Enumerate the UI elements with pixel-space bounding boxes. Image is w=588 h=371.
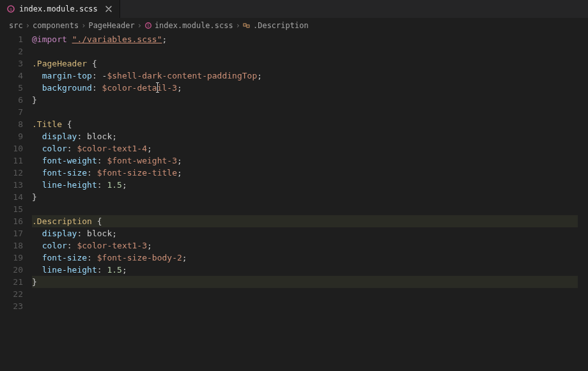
scss-file-icon: S <box>6 4 15 13</box>
line-number: 12 <box>0 167 23 179</box>
code-line[interactable]: display: block; <box>32 227 588 239</box>
code-line[interactable]: font-size: $font-size-title; <box>32 167 588 179</box>
code-line[interactable]: font-weight: $font-weight-3; <box>32 155 588 167</box>
code-line[interactable]: line-height: 1.5; <box>32 264 588 276</box>
breadcrumb-item[interactable]: .Description <box>243 21 309 30</box>
breadcrumb-item[interactable]: S index.module.scss <box>144 21 233 30</box>
line-number: 11 <box>0 155 23 167</box>
code-area[interactable]: @import "./variables.scss";.PageHeader {… <box>32 33 588 371</box>
line-number: 20 <box>0 264 23 276</box>
svg-text:S: S <box>10 8 12 11</box>
code-line[interactable]: .PageHeader { <box>32 57 588 70</box>
line-number: 6 <box>0 94 23 106</box>
text-cursor <box>157 83 158 92</box>
svg-rect-5 <box>247 25 249 27</box>
breadcrumb-item[interactable]: PageHeader <box>88 21 134 30</box>
line-number: 1 <box>0 33 23 45</box>
chevron-right-icon: › <box>26 21 30 30</box>
breadcrumb-item[interactable]: components <box>33 21 79 30</box>
minimap[interactable] <box>578 33 588 371</box>
line-number: 18 <box>0 239 23 252</box>
line-number: 19 <box>0 252 23 264</box>
tab-bar: S index.module.scss <box>0 0 588 18</box>
tab-filename: index.module.scss <box>19 4 98 13</box>
code-line[interactable]: background: $color-detail-3; <box>32 82 588 94</box>
code-line[interactable]: } <box>32 191 588 203</box>
line-number: 2 <box>0 45 23 57</box>
line-number: 3 <box>0 57 23 70</box>
tab-active[interactable]: S index.module.scss <box>0 0 120 18</box>
code-line[interactable]: margin-top: -$shell-dark-content-padding… <box>32 70 588 82</box>
code-line[interactable]: display: block; <box>32 130 588 142</box>
code-line[interactable]: color: $color-text1-4; <box>32 142 588 155</box>
code-line[interactable] <box>32 106 588 118</box>
breadcrumb: src › components › PageHeader › S index.… <box>0 18 588 33</box>
code-line[interactable]: line-height: 1.5; <box>32 179 588 191</box>
line-number: 21 <box>0 276 23 288</box>
close-icon[interactable] <box>104 4 113 13</box>
code-line[interactable]: } <box>32 276 588 288</box>
line-number: 10 <box>0 142 23 155</box>
code-editor[interactable]: 1234567891011121314151617181920212223 @i… <box>0 33 588 371</box>
line-number: 7 <box>0 106 23 118</box>
code-line[interactable]: .Title { <box>32 118 588 130</box>
line-number: 14 <box>0 191 23 203</box>
code-line[interactable]: color: $color-text1-3; <box>32 239 588 252</box>
line-number: 22 <box>0 288 23 300</box>
chevron-right-icon: › <box>137 21 142 30</box>
line-number: 13 <box>0 179 23 191</box>
line-number: 15 <box>0 203 23 215</box>
line-number: 16 <box>0 215 23 227</box>
line-number: 8 <box>0 118 23 130</box>
line-number: 4 <box>0 70 23 82</box>
code-line[interactable]: } <box>32 94 588 106</box>
line-number: 17 <box>0 227 23 239</box>
symbol-class-icon <box>243 22 251 29</box>
code-line[interactable]: @import "./variables.scss"; <box>32 33 588 45</box>
code-line[interactable]: .Description { <box>32 215 588 227</box>
code-line[interactable] <box>32 288 588 300</box>
scss-file-icon: S <box>144 22 152 29</box>
code-line[interactable] <box>32 203 588 215</box>
code-line[interactable] <box>32 45 588 57</box>
line-number: 23 <box>0 300 23 312</box>
svg-rect-4 <box>244 24 246 26</box>
code-line[interactable] <box>32 300 588 312</box>
line-number: 5 <box>0 82 23 94</box>
chevron-right-icon: › <box>81 21 86 30</box>
editor-root: S index.module.scss src › components › P… <box>0 0 588 371</box>
code-line[interactable]: font-size: $font-size-body-2; <box>32 252 588 264</box>
svg-text:S: S <box>147 24 150 27</box>
chevron-right-icon: › <box>236 21 240 30</box>
breadcrumb-item[interactable]: src <box>9 21 23 30</box>
line-number-gutter: 1234567891011121314151617181920212223 <box>0 33 32 371</box>
line-number: 9 <box>0 130 23 142</box>
